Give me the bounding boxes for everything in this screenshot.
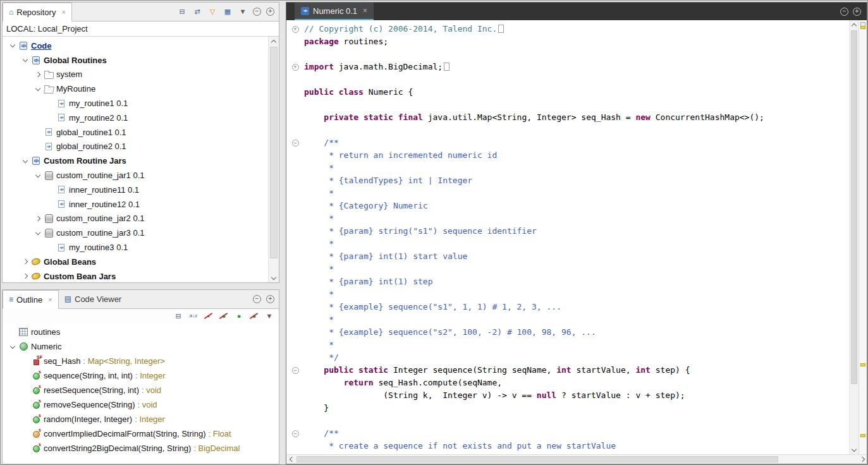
code-line[interactable]: import java.math.BigDecimal;: [304, 61, 848, 73]
hide-local-types-icon[interactable]: ●: [249, 311, 259, 321]
expander-icon[interactable]: [33, 174, 43, 177]
fold-expand-icon[interactable]: +: [292, 64, 299, 71]
expander-icon[interactable]: [33, 73, 43, 76]
tree-item[interactable]: Global Beans: [3, 255, 279, 269]
annotation-marker[interactable]: [860, 363, 865, 366]
tree-item[interactable]: random(Integer, Integer): Integer: [3, 412, 279, 426]
close-tab-icon[interactable]: ×: [48, 296, 52, 303]
tree-item[interactable]: Global Routines: [3, 53, 279, 68]
tree-item[interactable]: my_routine1 0.1: [3, 96, 279, 111]
code-line[interactable]: *: [304, 238, 848, 250]
tree-item[interactable]: convertString2BigDecimal(String, String)…: [3, 441, 279, 456]
close-tab-icon[interactable]: ×: [363, 6, 367, 15]
tree-item[interactable]: global_routine1 0.1: [3, 125, 279, 140]
code-line[interactable]: * {talendTypes} int | Integer: [304, 174, 848, 187]
tree-item[interactable]: global_routine2 0.1: [3, 140, 279, 154]
scroll-up-icon[interactable]: [850, 20, 859, 30]
code-line[interactable]: private static final java.util.Map<Strin…: [304, 111, 848, 124]
hide-fields-icon[interactable]: ▪: [204, 311, 214, 321]
sort-icon[interactable]: a↓z: [188, 311, 199, 321]
collapse-all-icon[interactable]: ⊟: [173, 311, 183, 321]
code-line[interactable]: return seq_Hash.compute(seqName,: [304, 377, 848, 389]
code-line[interactable]: public static Integer sequence(String se…: [304, 364, 848, 377]
tree-item[interactable]: removeSequence(String): void: [3, 397, 279, 412]
fold-collapse-icon[interactable]: −: [292, 140, 299, 147]
tree-item[interactable]: routines: [3, 325, 279, 339]
code-line[interactable]: * {param} int(1) start value: [304, 250, 848, 263]
maximize-icon[interactable]: +: [266, 295, 274, 303]
code-line[interactable]: * {Category} Numeric: [304, 200, 848, 212]
tree-item[interactable]: sequence(String, int, int): Integer: [3, 368, 279, 383]
code-line[interactable]: [304, 99, 848, 111]
code-line[interactable]: * {example} sequence("s2", 100, -2) # 10…: [304, 326, 848, 339]
code-line[interactable]: public class Numeric {: [304, 86, 848, 99]
tree-item[interactable]: Code: [3, 39, 279, 53]
code-line[interactable]: *: [304, 162, 848, 174]
expander-icon[interactable]: [20, 260, 30, 263]
scroll-up-icon[interactable]: [269, 37, 279, 46]
tree-item[interactable]: Numeric: [3, 339, 279, 354]
expander-icon[interactable]: [8, 346, 18, 348]
code-line[interactable]: [304, 73, 848, 86]
tree-item[interactable]: inner_routine12 0.1: [3, 197, 279, 212]
tree-item[interactable]: system: [3, 68, 279, 82]
fold-collapse-icon[interactable]: −: [292, 430, 299, 437]
overview-ruler[interactable]: [859, 20, 867, 454]
close-tab-icon[interactable]: ×: [61, 8, 65, 16]
tree-item[interactable]: my_routine2 0.1: [3, 111, 279, 125]
tree-item[interactable]: my_routine3 0.1: [3, 240, 279, 255]
tab-outline[interactable]: ≡ Outline ×: [3, 290, 59, 309]
tab-repository[interactable]: ⌂ Repository ×: [3, 3, 72, 21]
expander-icon[interactable]: [20, 59, 30, 61]
tree-item[interactable]: MyRoutine: [3, 82, 279, 96]
expander-icon[interactable]: [20, 274, 30, 278]
maximize-icon[interactable]: +: [266, 8, 274, 16]
hide-non-public-members-icon[interactable]: ●: [234, 311, 244, 321]
scrollbar-thumb[interactable]: [270, 47, 278, 258]
minimize-icon[interactable]: −: [253, 8, 261, 16]
code-line[interactable]: [304, 414, 848, 427]
tree-item[interactable]: Custom Bean Jars: [3, 269, 279, 282]
scroll-down-icon[interactable]: [850, 445, 859, 454]
expander-icon[interactable]: [33, 217, 43, 220]
code-line[interactable]: */: [304, 351, 848, 364]
code-line[interactable]: *: [304, 339, 848, 351]
tree-item[interactable]: seq_Hash: Map<String, Integer>: [3, 354, 279, 368]
expander-icon[interactable]: [20, 160, 30, 162]
maximize-icon[interactable]: +: [853, 8, 861, 16]
scrollbar-thumb[interactable]: [851, 30, 857, 384]
scroll-down-icon[interactable]: [269, 273, 279, 282]
code-line[interactable]: package routines;: [304, 35, 848, 48]
code-line[interactable]: /**: [304, 427, 848, 440]
code-line[interactable]: *: [304, 263, 848, 275]
hide-static-members-icon[interactable]: ●: [219, 311, 229, 321]
repository-tree[interactable]: CodeGlobal RoutinessystemMyRoutinemy_rou…: [3, 37, 279, 282]
code-line[interactable]: *: [304, 313, 848, 326]
tab-editor-numeric[interactable]: Numeric 0.1 ×: [295, 3, 374, 20]
scroll-right-icon[interactable]: [857, 455, 867, 464]
detail-view-icon[interactable]: ▦: [223, 6, 233, 16]
code-line[interactable]: * {param} string("s1") sequence identifi…: [304, 225, 848, 238]
annotation-marker[interactable]: [860, 26, 865, 29]
tree-item[interactable]: custom_routine_jar3 0.1: [3, 226, 279, 240]
tree-item[interactable]: resetSequence(String, int): void: [3, 383, 279, 397]
link-with-editor-icon[interactable]: ⇄: [192, 6, 202, 16]
tree-item[interactable]: custom_routine_jar1 0.1: [3, 168, 279, 183]
view-menu-icon[interactable]: ▼: [238, 6, 248, 16]
repository-scrollbar[interactable]: [268, 37, 279, 282]
fold-ruler[interactable]: ++−−−: [286, 20, 304, 454]
code-area[interactable]: // Copyright (c) 2006-2014, Talend Inc.p…: [304, 20, 848, 454]
code-line[interactable]: * create a sequence if not exists and pu…: [304, 440, 848, 452]
code-line[interactable]: }: [304, 402, 848, 414]
code-line[interactable]: * {example} sequence("s1", 1, 1) # 1, 2,…: [304, 301, 848, 313]
editor-hscrollbar[interactable]: [286, 454, 867, 464]
view-menu-icon[interactable]: ▼: [264, 311, 274, 321]
code-line[interactable]: * {param} int(1) step: [304, 275, 848, 288]
tree-item[interactable]: custom_routine_jar2 0.1: [3, 212, 279, 226]
code-line[interactable]: *: [304, 187, 848, 200]
filter-icon[interactable]: ▽: [207, 6, 217, 16]
expander-icon[interactable]: [8, 44, 18, 47]
code-line[interactable]: (String k, Integer v) -> v == null ? sta…: [304, 389, 848, 402]
scrollbar-thumb[interactable]: [296, 456, 778, 462]
tree-item[interactable]: Custom Routine Jars: [3, 154, 279, 168]
